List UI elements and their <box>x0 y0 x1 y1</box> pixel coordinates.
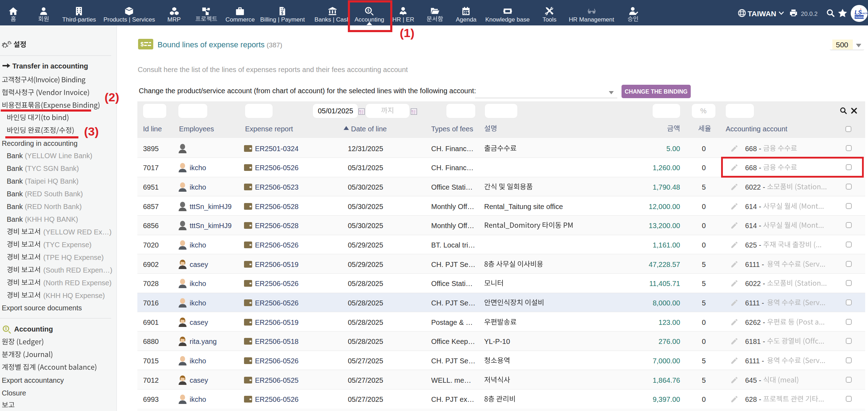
svg-text:ELECTRIC: ELECTRIC <box>861 12 868 14</box>
svg-text:$: $ <box>141 41 144 47</box>
svg-text:TAIWAN: TAIWAN <box>854 16 864 18</box>
